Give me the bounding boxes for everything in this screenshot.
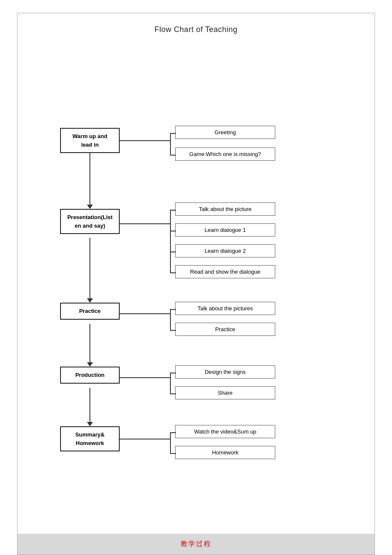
h-connector-warm-up (120, 140, 170, 141)
v-arrow-line-2 (89, 324, 90, 362)
arrowhead-1 (87, 298, 93, 303)
h-right-presentation (170, 231, 176, 231)
h-connector-summary (120, 439, 170, 439)
footer-bar: 教学过程 (17, 534, 375, 555)
right-box-practice-box: Practice (175, 323, 275, 336)
h-right-practice (170, 309, 176, 310)
right-box-talk-pictures: Talk about the pictures (175, 302, 275, 315)
h-connector-practice (120, 313, 170, 314)
h-connector-production (120, 377, 170, 378)
h-right-presentation (170, 251, 176, 252)
h-right-warm-up (170, 155, 176, 156)
left-box-production: Production (60, 367, 120, 384)
right-box-talk-picture: Talk about the picture (175, 202, 275, 216)
v-bracket-warm-up (170, 133, 171, 155)
h-right-warm-up (170, 133, 176, 134)
v-arrow-line-3 (89, 388, 90, 422)
left-box-presentation: Presentation(List en and say) (60, 209, 120, 234)
right-box-game: Game:Which one is missing? (175, 147, 275, 161)
h-right-production (170, 393, 176, 394)
right-box-watch-video: Watch the video&Sum up (175, 425, 275, 438)
page-wrapper: Flow Chart of Teaching Warm up and lead … (0, 0, 392, 555)
arrowhead-2 (87, 362, 93, 367)
h-right-presentation (170, 210, 176, 211)
left-box-warm-up: Warm up and lead in (60, 128, 120, 153)
h-right-summary (170, 453, 176, 454)
h-right-production (170, 373, 176, 373)
v-bracket-production (170, 373, 171, 393)
right-box-homework: Homework (175, 446, 275, 459)
right-box-greeting: Greeting (175, 126, 275, 139)
chart-title: Flow Chart of Teaching (17, 13, 375, 43)
h-right-practice (170, 330, 176, 331)
arrowhead-3 (87, 422, 93, 426)
v-bracket-practice (170, 309, 171, 330)
right-box-read-show: Read and show the dialogue (175, 265, 275, 278)
right-box-learn-dialogue-2: Learn dialogue 2 (175, 244, 275, 257)
flowchart-body: Warm up and lead inPresentation(List en … (17, 43, 375, 534)
h-right-summary (170, 432, 176, 433)
right-box-design-signs: Design the signs (175, 365, 275, 379)
h-right-presentation (170, 272, 176, 273)
outer-border: Flow Chart of Teaching Warm up and lead … (17, 13, 375, 555)
v-arrow-line-0 (89, 153, 90, 205)
v-bracket-summary (170, 432, 171, 453)
right-box-share: Share (175, 386, 275, 399)
v-bracket-presentation (170, 210, 171, 272)
arrowhead-0 (87, 205, 93, 209)
h-connector-presentation (120, 223, 170, 224)
left-box-summary: Summary& Homework (60, 426, 120, 451)
left-box-practice: Practice (60, 303, 120, 320)
right-box-learn-dialogue-1: Learn dialogue 1 (175, 223, 275, 237)
v-arrow-line-1 (89, 238, 90, 298)
